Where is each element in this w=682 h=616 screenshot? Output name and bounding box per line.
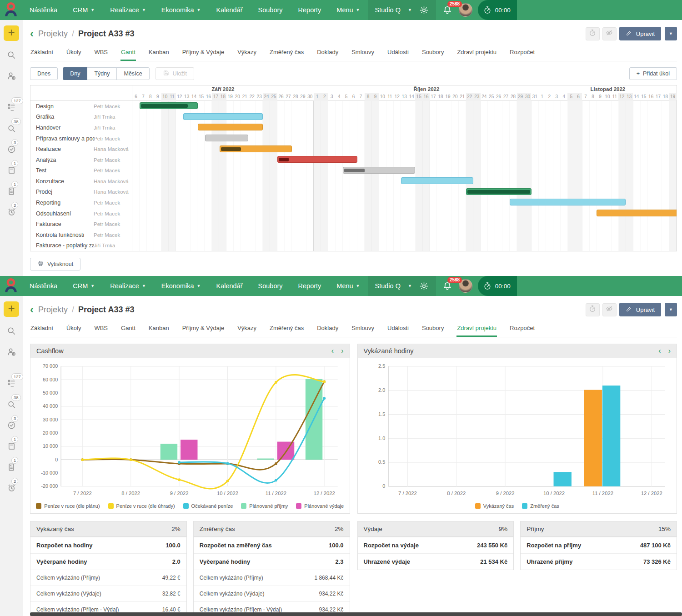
- tab-doklady[interactable]: Doklady: [316, 45, 339, 61]
- tab-p-jmy-v-daje[interactable]: Příjmy & Výdaje: [182, 321, 225, 337]
- tab-z-kladn-[interactable]: Základní: [30, 321, 54, 337]
- sidebar-check-circle-button[interactable]: 3: [4, 142, 19, 156]
- nav-item-menu[interactable]: Menu▼: [329, 0, 367, 20]
- nav-item-menu[interactable]: Menu▼: [329, 276, 367, 296]
- gantt-task-row[interactable]: KonzultaceHana Macková: [30, 176, 132, 187]
- tab-z-kladn-[interactable]: Základní: [30, 45, 54, 61]
- unwatch-button[interactable]: [602, 27, 617, 40]
- nav-item-nástěnka[interactable]: Nástěnka: [22, 0, 65, 20]
- sidebar-check-circle-button[interactable]: 3: [4, 418, 19, 432]
- nav-item-kalendář[interactable]: Kalendář: [208, 0, 250, 20]
- tab-kanban[interactable]: Kanban: [148, 45, 170, 61]
- tab-p-jmy-v-daje[interactable]: Příjmy & Výdaje: [182, 45, 225, 61]
- add-task-button[interactable]: +Přidat úkol: [629, 67, 677, 80]
- edit-button[interactable]: Upravit: [619, 303, 661, 316]
- notifications-button[interactable]: 2588: [442, 5, 452, 15]
- print-button[interactable]: Vytisknout: [30, 258, 80, 270]
- next-chevron-icon[interactable]: ›: [668, 347, 671, 355]
- workspace-name[interactable]: Studio Q: [375, 282, 401, 290]
- tab-wbs[interactable]: WBS: [94, 45, 108, 61]
- nav-item-reporty[interactable]: Reporty: [291, 0, 329, 20]
- back-chevron-icon[interactable]: ‹: [30, 304, 34, 315]
- tab-zdrav-projektu[interactable]: Zdraví projektu: [456, 321, 497, 337]
- gantt-task-row[interactable]: DesignPetr Macek: [30, 101, 132, 112]
- tab-smlouvy[interactable]: Smlouvy: [351, 321, 375, 337]
- gantt-bar-design[interactable]: [140, 102, 198, 109]
- nav-item-ekonomika[interactable]: Ekonomika▼: [154, 0, 209, 20]
- tab-zm-en-as[interactable]: Změřený čas: [269, 321, 304, 337]
- next-chevron-icon[interactable]: ›: [341, 347, 343, 355]
- timer-button[interactable]: [586, 27, 600, 40]
- timer-button[interactable]: [586, 303, 600, 316]
- search-button[interactable]: [4, 48, 19, 62]
- view-měsíce-button[interactable]: Měsíce: [116, 67, 149, 80]
- nav-item-nástěnka[interactable]: Nástěnka: [22, 276, 65, 296]
- gantt-task-row[interactable]: HandoverJiří Trnka: [30, 122, 132, 133]
- gear-icon[interactable]: [419, 5, 429, 15]
- nav-item-ekonomika[interactable]: Ekonomika▼: [154, 276, 209, 296]
- gantt-task-row[interactable]: OdsouhlaseníPetr Macek: [30, 208, 132, 219]
- gantt-bar-konzultace[interactable]: [401, 177, 474, 184]
- horizontal-scrollbar[interactable]: [30, 612, 682, 616]
- gantt-bar-anal-za[interactable]: [277, 156, 357, 163]
- tab-doklady[interactable]: Doklady: [316, 321, 339, 337]
- back-chevron-icon[interactable]: ‹: [30, 28, 34, 39]
- sidebar-alarm-button[interactable]: 2: [4, 481, 19, 495]
- app-logo[interactable]: [0, 276, 22, 296]
- tab-gantt[interactable]: Gantt: [120, 321, 136, 337]
- tab-v-kazy[interactable]: Výkazy: [237, 45, 257, 61]
- gantt-bar-prodej[interactable]: [466, 188, 532, 195]
- gantt-bar-test[interactable]: [343, 167, 416, 174]
- tab-ud-losti[interactable]: Události: [387, 321, 409, 337]
- edit-dropdown-button[interactable]: ▼: [665, 303, 677, 316]
- gantt-task-row[interactable]: TestPetr Macek: [30, 165, 132, 176]
- tab-v-kazy[interactable]: Výkazy: [237, 321, 257, 337]
- gear-icon[interactable]: [419, 281, 429, 291]
- prev-chevron-icon[interactable]: ‹: [658, 347, 661, 355]
- tab-gantt[interactable]: Gantt: [120, 45, 136, 61]
- tab-zdrav-projektu[interactable]: Zdraví projektu: [456, 45, 497, 61]
- gantt-task-row[interactable]: Příprava smlouvy a podpisPetr Macek: [30, 133, 132, 144]
- gantt-task-row[interactable]: ProdejHana Macková: [30, 187, 132, 198]
- gantt-bar-realizace[interactable]: [220, 145, 292, 152]
- sidebar-document-button[interactable]: 1: [4, 184, 19, 198]
- tab-soubory[interactable]: Soubory: [421, 321, 444, 337]
- workspace-name[interactable]: Studio Q: [375, 6, 401, 14]
- gantt-task-row[interactable]: FakturacePetr Macek: [30, 219, 132, 230]
- nav-item-crm[interactable]: CRM▼: [65, 0, 102, 20]
- gantt-task-row[interactable]: GrafikaJiří Trnka: [30, 112, 132, 123]
- gantt-bar-odsouhlasen-[interactable]: [597, 210, 677, 216]
- gantt-task-row[interactable]: RealizaceHana Macková: [30, 144, 132, 155]
- tab-rozpo-et[interactable]: Rozpočet: [509, 321, 535, 337]
- gantt-bar-grafika[interactable]: [183, 113, 263, 120]
- tab-rozpo-et[interactable]: Rozpočet: [509, 45, 535, 61]
- nav-item-reporty[interactable]: Reporty: [291, 276, 329, 296]
- gantt-task-row[interactable]: Fakturace - poplatky za správuJiří Trnka: [30, 240, 132, 251]
- app-logo[interactable]: [0, 0, 22, 20]
- nav-item-crm[interactable]: CRM▼: [65, 276, 102, 296]
- tab-smlouvy[interactable]: Smlouvy: [351, 45, 375, 61]
- view-týdny-button[interactable]: Týdny: [87, 67, 117, 80]
- today-button[interactable]: Dnes: [30, 67, 58, 80]
- global-timer[interactable]: 00:00: [478, 276, 517, 296]
- gantt-task-row[interactable]: ReportingPetr Macek: [30, 197, 132, 208]
- gantt-task-row[interactable]: AnalýzaPetr Macek: [30, 155, 132, 165]
- unwatch-button[interactable]: [602, 303, 617, 316]
- prev-chevron-icon[interactable]: ‹: [331, 347, 334, 355]
- sidebar-book-button[interactable]: 1: [4, 439, 19, 453]
- search-button[interactable]: [4, 324, 19, 338]
- breadcrumb-projects-link[interactable]: Projekty: [38, 29, 68, 39]
- sidebar-search-results-button[interactable]: 38: [4, 121, 19, 135]
- tab--koly[interactable]: Úkoly: [66, 321, 82, 337]
- add-person-button[interactable]: [4, 69, 19, 83]
- sidebar-book-button[interactable]: 1: [4, 163, 19, 177]
- nav-item-soubory[interactable]: Soubory: [251, 0, 291, 20]
- tab-kanban[interactable]: Kanban: [148, 321, 170, 337]
- nav-item-realizace[interactable]: Realizace▼: [102, 0, 154, 20]
- add-new-button[interactable]: +: [4, 25, 19, 41]
- tab-soubory[interactable]: Soubory: [421, 45, 444, 61]
- sidebar-task-list-button[interactable]: 127: [4, 100, 19, 114]
- tab--koly[interactable]: Úkoly: [66, 45, 82, 61]
- edit-dropdown-button[interactable]: ▼: [665, 27, 677, 40]
- sidebar-document-button[interactable]: 1: [4, 460, 19, 474]
